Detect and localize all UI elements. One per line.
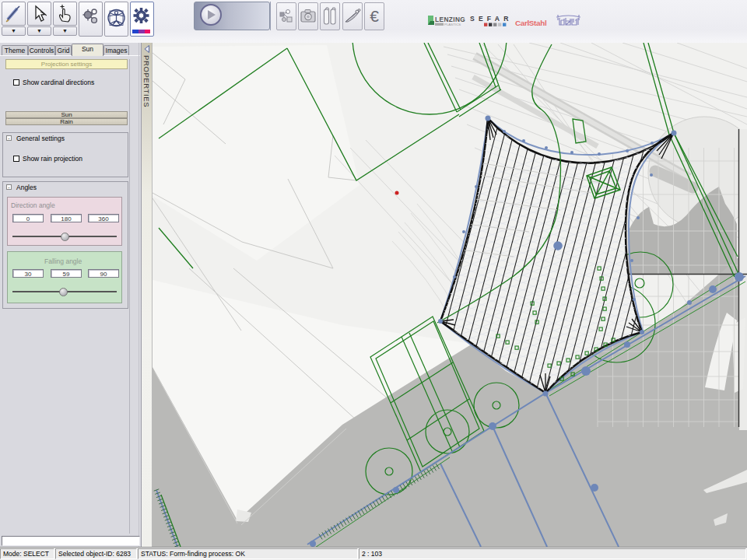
svg-text:€: € xyxy=(370,7,379,25)
svg-text:CarlStahl: CarlStahl xyxy=(515,19,547,27)
svg-text:SEFAR: SEFAR xyxy=(470,15,509,23)
svg-text:PLASTICS: PLASTICS xyxy=(444,23,461,26)
